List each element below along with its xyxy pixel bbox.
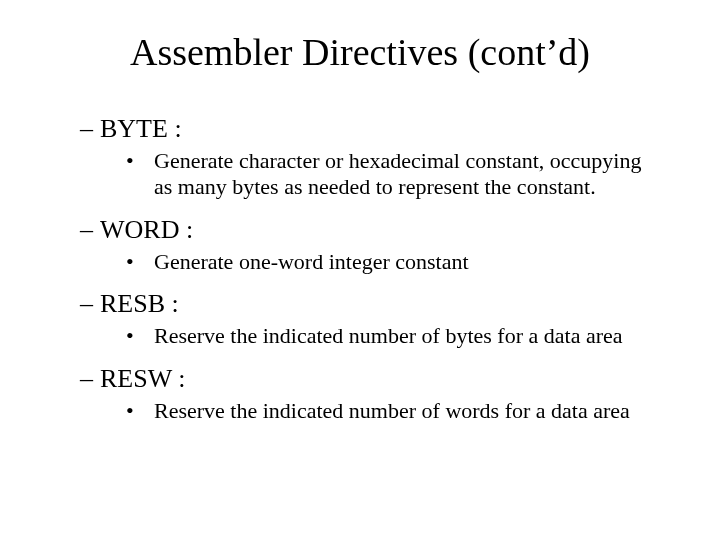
desc-text: Generate one-word integer constant [154,249,469,274]
desc-text: Reserve the indicated number of bytes fo… [154,323,623,348]
list-item: •Generate character or hexadecimal const… [140,148,660,201]
dot-bullet: • [140,398,154,424]
dash-bullet: – [80,114,100,144]
slide-title: Assembler Directives (cont’d) [60,30,660,74]
dash-bullet: – [80,289,100,319]
list-item: •Generate one-word integer constant [140,249,660,275]
term-label: RESB : [100,289,179,318]
desc-text: Reserve the indicated number of words fo… [154,398,630,423]
slide: Assembler Directives (cont’d) –BYTE : •G… [0,0,720,540]
list-item: –WORD : [80,215,660,245]
term-label: BYTE : [100,114,182,143]
dash-bullet: – [80,364,100,394]
term-label: WORD : [100,215,193,244]
desc-text: Generate character or hexadecimal consta… [154,148,641,199]
list-item: –RESW : [80,364,660,394]
term-label: RESW : [100,364,185,393]
dot-bullet: • [140,323,154,349]
list-item: –RESB : [80,289,660,319]
list-item: •Reserve the indicated number of words f… [140,398,660,424]
list-item: –BYTE : [80,114,660,144]
dash-bullet: – [80,215,100,245]
list-item: •Reserve the indicated number of bytes f… [140,323,660,349]
dot-bullet: • [140,249,154,275]
dot-bullet: • [140,148,154,174]
